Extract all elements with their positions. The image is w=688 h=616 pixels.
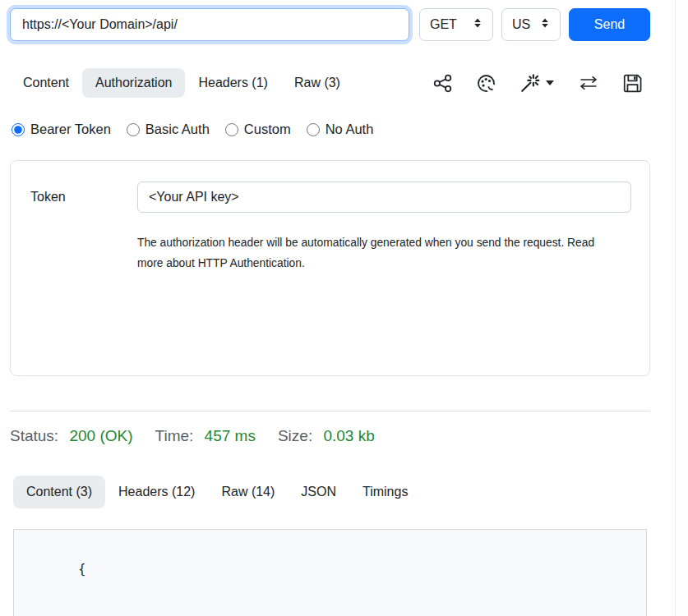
api-client-panel: GET US Send Content Authorization Header… (0, 0, 675, 616)
http-method-select[interactable]: GET (419, 8, 493, 41)
response-tab-content[interactable]: Content (3) (13, 476, 105, 508)
divider (10, 411, 650, 411)
radio-custom[interactable] (225, 123, 238, 136)
size-value: 0.03 kb (323, 427, 374, 444)
tab-content[interactable]: Content (10, 68, 82, 98)
tab-raw[interactable]: Raw (3) (281, 68, 353, 98)
token-input[interactable] (137, 182, 631, 213)
request-bar: GET US Send (10, 8, 650, 41)
auth-option-label: No Auth (326, 122, 374, 137)
response-tabs: Content (3) Headers (12) Raw (14) JSON T… (13, 476, 650, 508)
auth-option-label: Custom (244, 122, 291, 137)
auth-option-custom[interactable]: Custom (224, 122, 291, 137)
palette-icon[interactable] (477, 74, 496, 93)
request-tabs: Content Authorization Headers (1) Raw (3… (10, 68, 650, 98)
vertical-scrollbar[interactable] (675, 0, 688, 616)
token-label: Token (30, 190, 137, 205)
auth-panel-card: Token The authorization header will be a… (10, 160, 650, 376)
swap-arrows-icon[interactable] (579, 76, 598, 90)
response-tab-raw[interactable]: Raw (14) (208, 476, 288, 508)
auth-type-options: Bearer Token Basic Auth Custom No Auth (10, 122, 650, 137)
json-open-brace: { (78, 562, 85, 577)
time-value: 457 ms (205, 427, 256, 444)
time-label: Time: (155, 427, 194, 444)
size-label: Size: (278, 427, 312, 444)
send-button[interactable]: Send (569, 8, 650, 41)
url-input[interactable] (10, 8, 409, 41)
auth-option-basic-auth[interactable]: Basic Auth (125, 122, 210, 137)
auth-option-label: Bearer Token (30, 122, 111, 137)
chevron-down-icon (546, 80, 554, 85)
tab-headers[interactable]: Headers (1) (185, 68, 280, 98)
size-group: Size: 0.03 kb (278, 427, 375, 445)
status-label: Status: (10, 427, 58, 444)
response-status-bar: Status: 200 (OK) Time: 457 ms Size: 0.03… (10, 427, 650, 445)
updown-arrows-icon (473, 17, 483, 32)
code-line: "message": "API running." (34, 600, 630, 616)
updown-arrows-icon (540, 17, 550, 32)
auth-option-no-auth[interactable]: No Auth (305, 122, 374, 137)
auth-option-label: Basic Auth (145, 122, 210, 137)
response-body-viewer: { "message": "API running." } (13, 529, 647, 616)
share-icon[interactable] (433, 74, 452, 93)
request-toolbar (433, 74, 650, 93)
status-value: 200 (OK) (69, 427, 132, 444)
token-row: Token (30, 182, 631, 213)
region-select[interactable]: US (501, 8, 561, 41)
time-group: Time: 457 ms (155, 427, 256, 445)
save-icon[interactable] (623, 74, 642, 93)
radio-basic-auth[interactable] (127, 123, 140, 136)
status-group: Status: 200 (OK) (10, 427, 133, 445)
tab-authorization[interactable]: Authorization (82, 68, 185, 98)
response-tab-json[interactable]: JSON (288, 476, 349, 508)
radio-bearer-token[interactable] (12, 123, 25, 136)
region-value: US (512, 17, 530, 32)
response-tab-headers[interactable]: Headers (12) (105, 476, 208, 508)
auth-option-bearer-token[interactable]: Bearer Token (10, 122, 111, 137)
http-method-value: GET (430, 17, 457, 32)
radio-no-auth[interactable] (307, 123, 320, 136)
magic-wand-dropdown-icon[interactable] (520, 74, 554, 93)
code-line: { (34, 539, 630, 600)
auth-help-text: The authorization header will be automat… (137, 232, 619, 274)
response-tab-timings[interactable]: Timings (349, 476, 421, 508)
